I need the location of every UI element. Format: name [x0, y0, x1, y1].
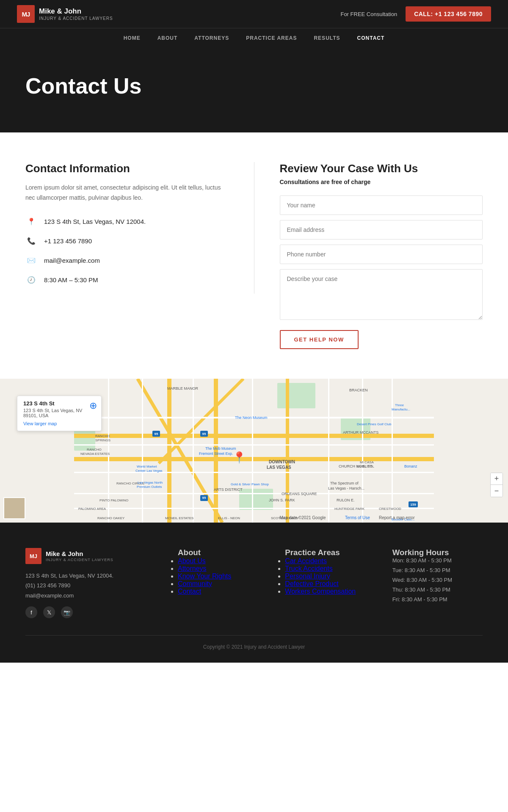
site-footer: MJ Mike & John INJURY & ACCIDENT LAWYERS…: [0, 523, 508, 663]
footer-workers-comp-link[interactable]: Workers Compensation: [285, 588, 356, 595]
svg-text:95: 95: [155, 432, 158, 436]
map-container[interactable]: MARBLE MANOR The Neon Museum RANCHO SPRI…: [0, 379, 508, 523]
footer-hours-col: Working Hours Mon: 8:30 AM - 5:30 PM Tue…: [392, 548, 483, 618]
nav-attorneys[interactable]: ATTORNEYS: [194, 35, 229, 41]
footer-social: f 𝕏 📷: [25, 606, 161, 618]
facebook-icon[interactable]: f: [25, 606, 37, 618]
zoom-out-button[interactable]: −: [491, 485, 502, 497]
contact-info-heading: Contact Information: [25, 162, 229, 175]
footer-about-list: About Us Attorneys Know Your Rights Comm…: [178, 557, 268, 595]
svg-rect-22: [362, 379, 363, 523]
submit-button[interactable]: GET HELP NOW: [280, 330, 359, 349]
svg-text:📍: 📍: [232, 451, 246, 464]
svg-text:Three: Three: [395, 403, 404, 407]
svg-rect-23: [392, 379, 393, 523]
case-textarea[interactable]: [280, 269, 483, 320]
svg-text:BRACKEN: BRACKEN: [349, 388, 368, 392]
svg-rect-19: [193, 379, 194, 523]
name-input[interactable]: [280, 195, 483, 215]
form-subtitle: Consultations are free of charge: [280, 179, 483, 185]
footer-logo: MJ Mike & John INJURY & ACCIDENT LAWYERS: [25, 548, 161, 564]
list-item: About Us: [178, 557, 268, 565]
contact-description: Lorem ipsum dolor sit amet, consectetur …: [25, 183, 229, 203]
footer-know-rights-link[interactable]: Know Your Rights: [178, 573, 231, 580]
clock-icon: 🕗: [25, 274, 37, 286]
footer-defective-product-link[interactable]: Defective Product: [285, 580, 338, 587]
nav-results[interactable]: RESULTS: [314, 35, 340, 41]
hours-item: 🕗 8:30 AM – 5:30 PM: [25, 274, 229, 286]
address-item: 📍 123 S 4th St, Las Vegas, NV 12004.: [25, 216, 229, 228]
list-item: Car Accidents: [285, 557, 375, 565]
hours-text: 8:30 AM – 5:30 PM: [44, 276, 98, 284]
svg-text:CRESTWOOD: CRESTWOOD: [379, 507, 401, 511]
directions-icon[interactable]: ⊕: [89, 400, 97, 411]
phone-item: 📞 +1 123 456 7890: [25, 235, 229, 247]
svg-text:DOWNTOWN: DOWNTOWN: [269, 460, 295, 464]
footer-logo-initials: MJ: [25, 548, 41, 564]
svg-text:LAS VEGAS: LAS VEGAS: [267, 465, 291, 470]
call-button[interactable]: CALL: +1 123 456 7890: [406, 6, 491, 22]
nav-home[interactable]: HOME: [124, 35, 141, 41]
svg-text:Terms of Use: Terms of Use: [345, 515, 370, 520]
list-item: Know Your Rights: [178, 573, 268, 580]
email-item: ✉️ mail@example.com: [25, 255, 229, 267]
footer-truck-accidents-link[interactable]: Truck Accidents: [285, 565, 332, 572]
map-section: MARBLE MANOR The Neon Museum RANCHO SPRI…: [0, 379, 508, 523]
footer-hours-heading: Working Hours: [392, 548, 483, 557]
hours-thu: Thu: 8:30 AM - 5:30 PM: [392, 586, 483, 593]
svg-text:RANCHO: RANCHO: [87, 448, 102, 451]
svg-text:MARBLE MANOR: MARBLE MANOR: [167, 386, 199, 391]
list-item: Defective Product: [285, 580, 375, 588]
svg-text:PINTO PALOMINO: PINTO PALOMINO: [99, 498, 128, 502]
hero-section: Contact Us: [0, 48, 508, 132]
footer-personal-injury-link[interactable]: Personal Injury: [285, 573, 330, 580]
email-input[interactable]: [280, 220, 483, 239]
twitter-icon[interactable]: 𝕏: [43, 606, 55, 618]
hours-fri: Fri: 8:30 AM - 5:30 PM: [392, 596, 483, 603]
footer-about-us-link[interactable]: About Us: [178, 557, 206, 564]
svg-text:JOHN S. PARK: JOHN S. PARK: [269, 498, 295, 502]
svg-text:95: 95: [202, 432, 206, 436]
footer-contact-link[interactable]: Contact: [178, 588, 201, 595]
nav-practice-areas[interactable]: PRACTICE AREAS: [246, 35, 297, 41]
svg-text:The Mob Museum: The Mob Museum: [205, 446, 236, 451]
svg-text:NEVADA ESTATES: NEVADA ESTATES: [80, 452, 110, 456]
view-larger-map-link[interactable]: View larger map: [23, 421, 57, 426]
footer-address: 123 S 4th St, Las Vegas, NV 12004. (01) …: [25, 571, 161, 600]
list-item: Truck Accidents: [285, 565, 375, 573]
phone-input[interactable]: [280, 245, 483, 264]
logo-area[interactable]: MJ Mike & John INJURY & ACCIDENT LAWYERS: [17, 5, 113, 23]
svg-rect-21: [328, 379, 329, 523]
svg-rect-5: [74, 434, 434, 438]
hours-mon: Mon: 8:30 AM - 5:30 PM: [392, 557, 483, 564]
nav-about[interactable]: ABOUT: [157, 35, 178, 41]
header-right: For FREE Consultation CALL: +1 123 456 7…: [340, 6, 491, 22]
consult-text: For FREE Consultation: [340, 11, 397, 17]
list-item: Personal Injury: [285, 573, 375, 580]
svg-text:ORLEANS SQUARE: ORLEANS SQUARE: [282, 492, 317, 496]
contact-info-panel: Contact Information Lorem ipsum dolor si…: [25, 162, 254, 294]
email-icon: ✉️: [25, 255, 37, 267]
hours-wed: Wed: 8:30 AM - 5:30 PM: [392, 577, 483, 583]
svg-rect-13: [74, 444, 434, 446]
svg-rect-18: [142, 379, 143, 523]
footer-copyright: Copyright © 2021 Injury and Accident Law…: [25, 635, 483, 650]
footer-community-link[interactable]: Community: [178, 580, 212, 587]
nav-contact[interactable]: CONTACT: [357, 35, 385, 41]
svg-text:ARTS DISTRICT: ARTS DISTRICT: [214, 487, 243, 492]
location-icon: 📍: [25, 216, 37, 228]
svg-text:Desert Pines Golf Club: Desert Pines Golf Club: [357, 422, 392, 426]
phone-text: +1 123 456 7890: [44, 237, 92, 245]
svg-text:MCNEIL ESTATES: MCNEIL ESTATES: [165, 516, 193, 520]
svg-text:MI CASA: MI CASA: [360, 460, 374, 464]
svg-rect-6: [74, 457, 434, 461]
footer-practice-heading: Practice Areas: [285, 548, 375, 557]
svg-text:HUNTRIDGE PARK: HUNTRIDGE PARK: [334, 507, 365, 511]
footer-attorneys-link[interactable]: Attorneys: [178, 565, 207, 572]
footer-about-heading: About: [178, 548, 268, 557]
footer-firm-subtitle: INJURY & ACCIDENT LAWYERS: [46, 558, 113, 562]
footer-car-accidents-link[interactable]: Car Accidents: [285, 557, 327, 564]
zoom-in-button[interactable]: +: [491, 473, 502, 485]
svg-text:RANCHO OAKEY: RANCHO OAKEY: [97, 516, 125, 520]
instagram-icon[interactable]: 📷: [61, 606, 73, 618]
